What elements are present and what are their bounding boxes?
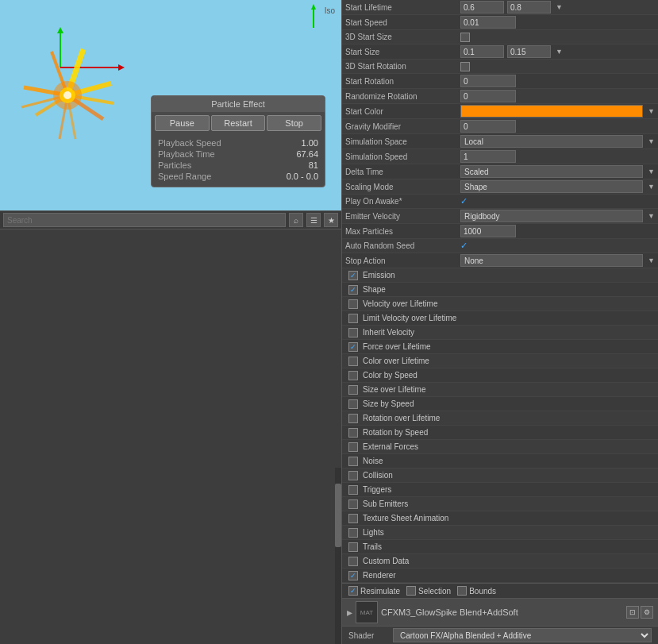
- section-label-4: Inherit Velocity: [363, 328, 414, 337]
- section-checkbox-15[interactable]: [348, 485, 358, 495]
- section-item-6[interactable]: Color over Lifetime: [342, 354, 658, 368]
- collapse-icon[interactable]: ▸: [347, 606, 352, 619]
- section-checkbox-0[interactable]: ✓: [348, 271, 358, 280]
- prop-row-1: Start Speed: [342, 15, 658, 30]
- star-icon-btn[interactable]: ★: [324, 213, 338, 227]
- prop-input1-0[interactable]: [460, 1, 504, 13]
- stop-button[interactable]: Stop: [267, 115, 321, 131]
- section-item-14[interactable]: Collision: [342, 469, 658, 483]
- section-item-12[interactable]: External Forces: [342, 440, 658, 454]
- section-checkbox-21[interactable]: ✓: [348, 571, 358, 580]
- section-checkbox-2[interactable]: [348, 299, 358, 309]
- section-item-3[interactable]: Limit Velocity over Lifetime: [342, 311, 658, 326]
- section-checkbox-10[interactable]: [348, 414, 358, 423]
- resimulate-checkbox[interactable]: ✓: [348, 586, 358, 596]
- section-checkbox-20[interactable]: [348, 557, 358, 566]
- section-item-19[interactable]: Trails: [342, 540, 658, 554]
- section-label-18: Lights: [363, 528, 384, 537]
- shader-label: Shader: [348, 631, 388, 640]
- pause-button[interactable]: Pause: [155, 115, 210, 131]
- scrollbar-thumb[interactable]: [335, 484, 341, 547]
- prop-label-17: Stop Action: [345, 256, 460, 265]
- section-checkbox-6[interactable]: [348, 357, 358, 366]
- section-checkbox-13[interactable]: [348, 457, 358, 466]
- prop-dd-arrow-12: ▼: [648, 183, 655, 191]
- section-item-21[interactable]: ✓Renderer: [342, 569, 658, 583]
- prop-value-0: ▼: [460, 1, 655, 13]
- section-item-0[interactable]: ✓Emission: [342, 268, 658, 283]
- section-item-10[interactable]: Rotation over Lifetime: [342, 411, 658, 426]
- section-checkbox-1[interactable]: ✓: [348, 285, 358, 295]
- search-icon-btn[interactable]: ⌕: [289, 213, 303, 227]
- prop-label-10: Simulation Speed: [345, 152, 460, 161]
- section-item-13[interactable]: Noise: [342, 454, 658, 469]
- prop-dropdown-val-14[interactable]: Rigidbody: [460, 210, 643, 222]
- section-checkbox-19[interactable]: [348, 542, 358, 552]
- vertical-scrollbar[interactable]: [335, 468, 341, 644]
- prop-color-7[interactable]: [460, 105, 643, 118]
- section-item-9[interactable]: Size by Speed: [342, 397, 658, 411]
- section-item-20[interactable]: Custom Data: [342, 554, 658, 569]
- section-checkbox-3[interactable]: [348, 314, 358, 323]
- filter-icon-btn[interactable]: ☰: [306, 213, 321, 227]
- section-item-4[interactable]: Inherit Velocity: [342, 326, 658, 340]
- section-item-8[interactable]: Size over Lifetime: [342, 383, 658, 397]
- prop-dropdown-val-17[interactable]: None: [460, 254, 643, 267]
- search-input[interactable]: [3, 213, 286, 227]
- section-item-11[interactable]: Rotation by Speed: [342, 426, 658, 440]
- playback-speed-value: 1.00: [302, 138, 318, 148]
- section-checkbox-11[interactable]: [348, 428, 358, 438]
- section-checkbox-16[interactable]: [348, 499, 358, 509]
- prop-input-10[interactable]: [460, 150, 516, 163]
- playback-speed-label: Playback Speed: [158, 138, 221, 148]
- prop-input-5[interactable]: [460, 75, 516, 87]
- section-checkbox-18[interactable]: [348, 528, 358, 538]
- section-checkbox-8[interactable]: [348, 385, 358, 395]
- section-checkbox-5[interactable]: ✓: [348, 342, 358, 352]
- prop-input-15[interactable]: [460, 225, 516, 237]
- bottom-left-area: [0, 229, 341, 644]
- section-checkbox-7[interactable]: [348, 371, 358, 380]
- section-item-16[interactable]: Sub Emitters: [342, 497, 658, 511]
- prop-dropdown-val-9[interactable]: Local: [460, 135, 643, 148]
- section-label-17: Texture Sheet Animation: [363, 514, 448, 523]
- section-checkbox-14[interactable]: [348, 471, 358, 480]
- section-checkbox-12[interactable]: [348, 442, 358, 452]
- prop-input-8[interactable]: [460, 120, 516, 133]
- prop-input-1[interactable]: [460, 16, 516, 29]
- prop-checkbox-4[interactable]: [460, 62, 470, 71]
- select-material-btn[interactable]: ⊡: [626, 606, 639, 619]
- prop-checkbox-2[interactable]: [460, 33, 470, 42]
- prop-input-6[interactable]: [460, 90, 516, 102]
- prop-label-6: Randomize Rotation: [345, 92, 460, 101]
- material-buttons: ⊡ ⚙: [626, 606, 653, 619]
- section-item-7[interactable]: Color by Speed: [342, 368, 658, 383]
- prop-input1-3[interactable]: [460, 45, 504, 58]
- section-item-1[interactable]: ✓Shape: [342, 283, 658, 297]
- prop-dd-arrow-9: ▼: [648, 137, 655, 145]
- prop-input2-3[interactable]: [507, 45, 551, 58]
- section-item-2[interactable]: Velocity over Lifetime: [342, 297, 658, 311]
- section-item-17[interactable]: Texture Sheet Animation: [342, 511, 658, 526]
- section-label-13: Noise: [363, 457, 383, 465]
- shader-dropdown[interactable]: Cartoon FX/Alpha Blended + Additive: [393, 628, 652, 642]
- prop-label-14: Emitter Velocity: [345, 212, 460, 221]
- section-checkbox-9[interactable]: [348, 399, 358, 409]
- prop-row-3: Start Size▼: [342, 44, 658, 60]
- bounds-label: Bounds: [469, 587, 496, 596]
- settings-material-btn[interactable]: ⚙: [641, 606, 653, 619]
- restart-button[interactable]: Restart: [211, 115, 266, 131]
- selection-checkbox[interactable]: [406, 586, 416, 596]
- section-item-15[interactable]: Triggers: [342, 483, 658, 497]
- prop-input2-0[interactable]: [507, 1, 551, 13]
- bounds-checkbox[interactable]: [457, 586, 467, 596]
- section-item-5[interactable]: ✓Force over Lifetime: [342, 340, 658, 354]
- section-label-16: Sub Emitters: [363, 499, 408, 508]
- section-checkbox-4[interactable]: [348, 328, 358, 337]
- prop-dropdown-val-11[interactable]: Scaled: [460, 165, 643, 178]
- section-item-18[interactable]: Lights: [342, 526, 658, 540]
- prop-value-6: [460, 90, 655, 102]
- prop-dropdown-val-12[interactable]: Shape: [460, 180, 643, 193]
- section-checkbox-17[interactable]: [348, 514, 358, 523]
- resimulate-label: Resimulate: [360, 587, 400, 596]
